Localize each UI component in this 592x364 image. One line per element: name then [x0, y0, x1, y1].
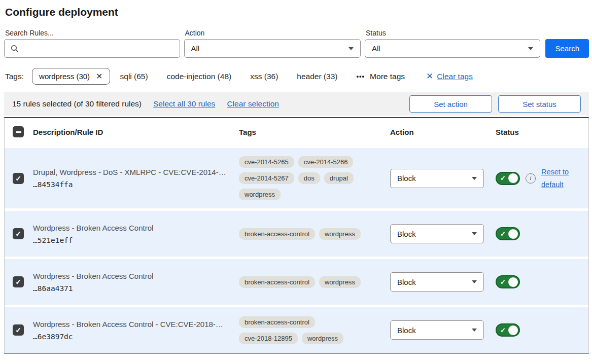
tag-pill: cve-2014-5267 [239, 172, 294, 184]
column-header-action: Action [390, 128, 492, 136]
more-tags-button[interactable]: ••• More tags [356, 72, 405, 81]
status-cell: ✓ [496, 275, 588, 288]
check-icon: ✓ [15, 278, 21, 286]
action-filter-select[interactable]: All [184, 39, 361, 58]
table-row: ✓ Wordpress - Broken Access Control …521… [5, 211, 588, 257]
bulk-action-buttons: Set action Set status [409, 95, 581, 113]
chevron-down-icon [472, 329, 477, 332]
action-filter-value: All [191, 44, 200, 53]
set-status-button[interactable]: Set status [498, 95, 581, 113]
tags-label: Tags: [5, 72, 24, 81]
row-checkbox[interactable]: ✓ [13, 276, 24, 287]
toggle-knob [508, 173, 518, 183]
action-select-value: Block [397, 174, 416, 183]
action-filter-group: Action All [184, 29, 361, 58]
rule-description: Wordpress - Broken Access Control [33, 272, 235, 280]
tag-pill: cve-2018-12895 [239, 333, 298, 344]
status-toggle[interactable]: ✓ [496, 275, 520, 288]
action-cell: Block [390, 320, 492, 340]
table-row: ✓ Wordpress - Broken Access Control - CV… [5, 307, 588, 353]
configure-deployment-page: Configure deployment Search Rules... Act… [0, 0, 592, 354]
tag-link-sqli[interactable]: sqli (65) [120, 72, 148, 81]
rule-id: …84534ffa [33, 180, 235, 189]
status-filter-group: Status All [365, 29, 541, 58]
status-toggle[interactable]: ✓ [496, 323, 520, 337]
toggle-knob [508, 229, 518, 239]
reset-to-default-link[interactable]: Reset to default [541, 166, 575, 191]
description-cell: Wordpress - Broken Access Control …86aa4… [33, 272, 235, 293]
check-icon: ✓ [15, 230, 21, 238]
select-all-link[interactable]: Select all 30 rules [153, 99, 215, 108]
description-cell: Wordpress - Broken Access Control - CVE:… [33, 320, 235, 341]
tag-pill: cve-2014-5266 [298, 156, 354, 168]
set-action-button[interactable]: Set action [409, 95, 492, 113]
row-checkbox[interactable]: ✓ [13, 324, 24, 336]
tag-pill: wordpress [319, 276, 361, 288]
ellipsis-icon: ••• [356, 72, 365, 80]
toggle-knob [508, 277, 518, 287]
toggle-knob [508, 325, 518, 335]
tag-pill: wordpress [302, 333, 343, 344]
row-checkbox[interactable]: ✓ [13, 173, 24, 184]
rule-id: …86aa4371 [33, 284, 235, 293]
row-checkbox[interactable]: ✓ [13, 228, 24, 239]
tag-pill: broken-access-control [239, 228, 315, 240]
info-icon[interactable]: i [526, 173, 536, 184]
check-icon: ✓ [500, 230, 506, 238]
column-header-tags: Tags [239, 128, 386, 136]
check-icon: ✓ [15, 326, 21, 334]
check-icon: ✓ [500, 326, 506, 334]
action-cell: Block [390, 272, 492, 292]
table-header-row: Description/Rule ID Tags Action Status [5, 118, 588, 145]
tag-link-code-injection[interactable]: code-injection (48) [167, 72, 232, 81]
page-title: Configure deployment [5, 6, 589, 18]
table-row: ✓ Wordpress - Broken Access Control …86a… [5, 259, 588, 305]
search-input[interactable] [23, 44, 173, 53]
tag-link-xss[interactable]: xss (36) [250, 72, 278, 81]
action-select[interactable]: Block [390, 169, 484, 188]
check-icon: ✓ [500, 278, 506, 286]
close-icon[interactable]: ✕ [96, 72, 102, 81]
chevron-down-icon [472, 177, 477, 180]
selected-tag-chip-wordpress[interactable]: wordpress (30) ✕ [32, 68, 110, 85]
action-select[interactable]: Block [390, 224, 484, 243]
clear-tags-label: Clear tags [437, 72, 473, 81]
chevron-down-icon [472, 280, 477, 283]
description-cell: Drupal, Wordpress - DoS - XMLRPC - CVE:C… [33, 168, 235, 189]
tags-cell: broken-access-control wordpress [239, 276, 366, 288]
clear-selection-link[interactable]: Clear selection [227, 99, 279, 108]
tags-cell: broken-access-control wordpress [239, 228, 366, 240]
status-filter-select[interactable]: All [365, 39, 541, 58]
check-icon: ✓ [500, 174, 506, 182]
search-button[interactable]: Search [545, 39, 589, 58]
tag-link-header[interactable]: header (33) [297, 72, 337, 81]
search-rules-label: Search Rules... [4, 29, 180, 37]
column-header-status: Status [496, 128, 588, 136]
status-cell: ✓ i Reset to default [496, 166, 588, 191]
rule-description: Drupal, Wordpress - DoS - XMLRPC - CVE:C… [33, 168, 235, 176]
chevron-down-icon [472, 232, 477, 235]
rule-id: …521e1eff [33, 236, 235, 244]
action-select[interactable]: Block [390, 272, 484, 292]
search-input-box[interactable] [4, 39, 180, 58]
select-all-checkbox[interactable] [13, 126, 24, 137]
selected-tag-label: wordpress (30) [39, 72, 90, 81]
tag-pill: broken-access-control [239, 276, 315, 288]
clear-tags-button[interactable]: ✕ Clear tags [426, 72, 473, 81]
status-toggle[interactable]: ✓ [496, 227, 520, 240]
filter-row: Search Rules... Action All Status All Se… [4, 29, 589, 58]
tags-cell: cve-2014-5265 cve-2014-5266 cve-2014-526… [239, 156, 366, 200]
status-cell: ✓ [496, 227, 588, 240]
action-select[interactable]: Block [390, 320, 484, 340]
more-tags-label: More tags [370, 72, 405, 81]
action-select-value: Block [397, 326, 416, 335]
table-row: ✓ Drupal, Wordpress - DoS - XMLRPC - CVE… [5, 148, 588, 208]
status-toggle[interactable]: ✓ [496, 172, 520, 185]
selection-summary: 15 rules selected (of 30 filtered rules) [12, 99, 142, 108]
tag-pill: wordpress [239, 189, 281, 200]
tag-pill: cve-2014-5265 [239, 156, 294, 168]
status-filter-value: All [372, 44, 380, 53]
search-rules-group: Search Rules... [4, 29, 180, 58]
tags-bar: Tags: wordpress (30) ✕ sqli (65) code-in… [4, 68, 589, 85]
chevron-down-icon [349, 47, 354, 50]
